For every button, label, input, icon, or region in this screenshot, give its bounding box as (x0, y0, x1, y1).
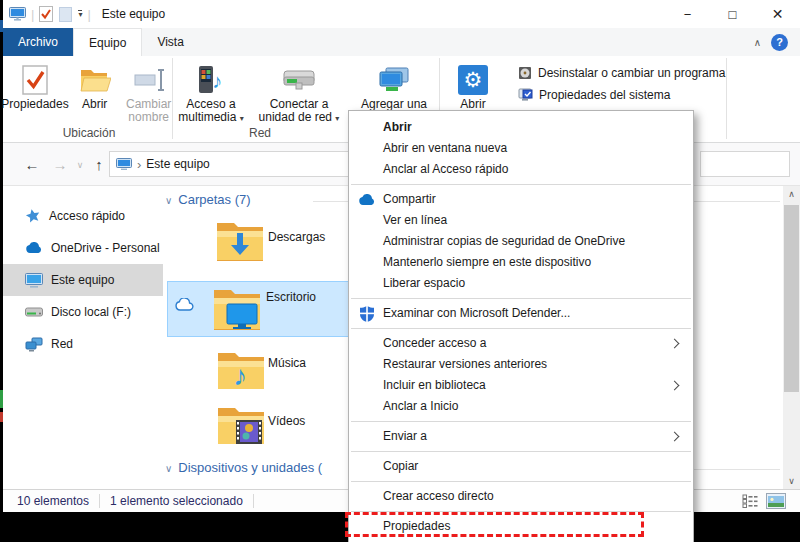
menu-separator (351, 184, 691, 185)
menu-item-incluir-biblioteca[interactable]: Incluir en biblioteca (349, 375, 693, 396)
sidebar-item-label: Acceso rápido (49, 209, 125, 223)
devices-group-header[interactable]: ∨Dispositivos y unidades ( (165, 460, 322, 475)
search-input[interactable] (700, 151, 790, 177)
uninstall-icon (518, 66, 532, 80)
menu-separator (351, 481, 691, 482)
sidebar-item-onedrive[interactable]: OneDrive - Personal (3, 232, 163, 264)
menu-separator (351, 451, 691, 452)
folders-group-header[interactable]: ∨Carpetas (7) (165, 192, 251, 207)
vertical-scrollbar[interactable]: ∧ ∨ (783, 186, 800, 489)
close-button[interactable]: ✕ (755, 0, 800, 28)
qat-newfolder-icon[interactable] (59, 7, 72, 22)
help-icon[interactable]: ? (771, 34, 788, 51)
menu-item-abrir-ventana-nueva[interactable]: Abrir en ventana nueva (349, 138, 693, 159)
up-icon[interactable]: ↑ (87, 143, 111, 186)
tile-label[interactable]: Música (268, 356, 306, 370)
menu-item-anclar-acceso-rapido[interactable]: Anclar al Acceso rápido (349, 159, 693, 180)
menu-item-liberar-espacio[interactable]: Liberar espacio (349, 273, 693, 294)
collapse-group-icon[interactable]: ∨ (165, 195, 172, 206)
back-icon[interactable]: ← (19, 143, 45, 186)
menu-separator (351, 421, 691, 422)
collapse-group-icon[interactable]: ∨ (165, 463, 172, 474)
submenu-arrow-icon (670, 432, 680, 442)
gear-icon: ⚙ (458, 65, 488, 95)
title-bar: | ▾ | Este equipo − □ ✕ (3, 0, 800, 28)
dropdown-icon: ▾ (240, 114, 244, 123)
submenu-arrow-icon (670, 339, 680, 349)
selected-item-highlight[interactable] (167, 281, 363, 337)
scroll-up-icon[interactable]: ∧ (783, 186, 800, 202)
menu-item-conceder-acceso[interactable]: Conceder acceso a (349, 333, 693, 354)
menu-item-anclar-inicio[interactable]: Anclar a Inicio (349, 396, 693, 417)
group-label-ubicacion: Ubicación (7, 126, 171, 140)
sidebar-item-label: Este equipo (51, 273, 114, 287)
sidebar-item-red[interactable]: Red (3, 328, 163, 360)
defender-shield-icon (357, 305, 377, 322)
sidebar-item-acceso-rapido[interactable]: Acceso rápido (3, 200, 163, 232)
scrollbar-thumb[interactable] (784, 205, 799, 392)
uninstall-label: Desinstalar o cambiar un programa (538, 66, 725, 80)
qat-properties-icon[interactable] (39, 6, 53, 22)
tile-label[interactable]: Vídeos (268, 414, 305, 428)
menu-item-administrar-copias[interactable]: Administrar copias de seguridad de OneDr… (349, 231, 693, 252)
system-properties-item[interactable]: Propiedades del sistema (518, 84, 725, 105)
open-label: Abrir (82, 98, 107, 111)
menu-item-examinar-defender[interactable]: Examinar con Microsoft Defender... (349, 303, 693, 324)
open-folder-icon (79, 62, 111, 98)
desktop-folder-icon[interactable] (211, 285, 263, 333)
downloads-folder-icon[interactable] (214, 218, 266, 264)
selection-count: 1 elemento seleccionado (110, 494, 243, 508)
music-folder-icon[interactable]: ♪ (215, 348, 267, 392)
properties-check-icon (22, 62, 48, 98)
properties-button[interactable]: Propiedades (0, 60, 72, 126)
menu-item-mantenerlo-siempre[interactable]: Mantenerlo siempre en este dispositivo (349, 252, 693, 273)
system-properties-icon (518, 88, 533, 102)
forward-icon: → (47, 143, 73, 186)
videos-folder-icon[interactable] (215, 403, 267, 447)
menu-item-ver-en-linea[interactable]: Ver en línea (349, 210, 693, 231)
group-label-red: Red (175, 126, 345, 140)
media-server-icon: ♪ (196, 62, 226, 98)
submenu-arrow-icon (670, 381, 680, 391)
breadcrumb-location[interactable]: Este equipo (146, 157, 209, 171)
divider (99, 494, 100, 508)
annotation-highlight-propiedades (345, 512, 644, 537)
tab-vista[interactable]: Vista (142, 28, 198, 56)
divider: | (87, 7, 90, 22)
sidebar-item-este-equipo[interactable]: Este equipo (3, 264, 163, 296)
qat-dropdown-icon[interactable]: ▾ (78, 10, 82, 18)
menu-item-copiar[interactable]: Copiar (349, 456, 693, 477)
rename-label: Cambiar nombre (121, 98, 177, 124)
menu-item-restaurar-versiones[interactable]: Restaurar versiones anteriores (349, 354, 693, 375)
thumbnail-view-icon[interactable] (766, 493, 786, 509)
items-count: 10 elementos (3, 494, 89, 508)
minimize-button[interactable]: − (665, 0, 710, 28)
this-pc-icon (9, 7, 26, 22)
ribbon-tabs: Archivo Equipo Vista ∧ ? (3, 28, 800, 56)
divider (253, 494, 254, 508)
tab-equipo[interactable]: Equipo (73, 28, 142, 56)
tab-archivo[interactable]: Archivo (3, 28, 73, 56)
history-dropdown-icon[interactable]: ∨ (72, 143, 88, 186)
hard-drive-icon (25, 307, 43, 317)
tile-label[interactable]: Descargas (268, 230, 325, 244)
uninstall-program-item[interactable]: Desinstalar o cambiar un programa (518, 62, 725, 83)
menu-item-compartir[interactable]: Compartir (349, 189, 693, 210)
network-drive-icon (281, 62, 317, 98)
dropdown-icon: ▾ (335, 114, 339, 123)
menu-item-enviar-a[interactable]: Enviar a (349, 426, 693, 447)
menu-item-abrir[interactable]: Abrir (349, 117, 693, 138)
network-icon (25, 337, 43, 352)
collapse-ribbon-icon[interactable]: ∧ (754, 37, 761, 48)
menu-item-crear-acceso-directo[interactable]: Crear acceso directo (349, 486, 693, 507)
open-button[interactable]: Abrir (76, 60, 114, 126)
sidebar-item-label: Disco local (F:) (51, 305, 131, 319)
scroll-down-icon[interactable]: ∨ (783, 473, 800, 489)
maximize-button[interactable]: □ (710, 0, 755, 28)
tile-label[interactable]: Escritorio (266, 290, 316, 304)
details-view-icon[interactable] (742, 494, 758, 508)
sidebar-item-disco-local[interactable]: Disco local (F:) (3, 296, 163, 328)
location-pc-icon (116, 158, 132, 171)
menu-separator (351, 298, 691, 299)
settings-open-button[interactable]: ⚙ Abrir (455, 60, 491, 113)
